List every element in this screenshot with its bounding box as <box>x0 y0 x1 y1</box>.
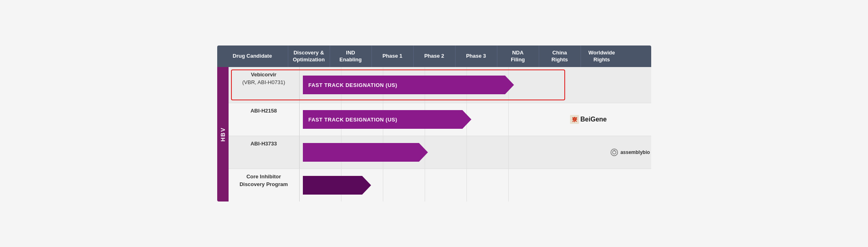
header-phase2: Phase 2 <box>414 46 456 67</box>
hbv-label-col: HBV <box>217 67 229 202</box>
worldwide-rights-cell: assemblybio <box>609 136 651 169</box>
bar-body: FAST TRACK DESIGNATION (US) <box>303 110 462 129</box>
grid-col <box>467 103 509 136</box>
row-left: Core InhibitorDiscovery Program <box>229 169 568 202</box>
pipeline-table: Drug Candidate Discovery &Optimization I… <box>217 46 651 202</box>
bars-region: FAST TRACK DESIGNATION (US) <box>300 103 551 136</box>
row-rights <box>568 169 651 202</box>
header-ind: INDEnabling <box>330 46 372 67</box>
china-rights-cell <box>568 169 609 202</box>
china-rights-cell <box>568 67 609 103</box>
header-phase1: Phase 1 <box>372 46 414 67</box>
drug-name: ABI-H2158 <box>229 103 300 136</box>
beigene-icon: 寮 <box>570 115 579 124</box>
beigene-text: BeiGene <box>581 116 607 123</box>
rows-container: Vebicorvir(VBR, ABI-H0731) <box>229 67 651 202</box>
table-row: Core InhibitorDiscovery Program <box>229 169 651 202</box>
bars-region <box>300 169 551 202</box>
svg-point-2 <box>611 149 618 156</box>
hbv-label: HBV <box>220 127 226 142</box>
table-row: Vebicorvir(VBR, ABI-H0731) <box>229 67 651 103</box>
pipeline-bar <box>303 143 428 162</box>
grid-col <box>509 136 551 169</box>
row-rights: assemblybio <box>568 136 651 169</box>
drug-name: Core InhibitorDiscovery Program <box>229 169 300 202</box>
bar-body <box>303 143 419 162</box>
assemblybio-logo: assemblybio <box>610 148 650 156</box>
bar-tip <box>505 76 514 94</box>
row-rights <box>568 67 651 103</box>
grid-col <box>467 136 509 169</box>
row-left: ABI-H3733 <box>229 136 568 169</box>
assemblybio-text: assemblybio <box>620 150 650 155</box>
table-row: ABI-H3733 <box>229 136 651 169</box>
grid-col <box>509 67 551 103</box>
header-phase3: Phase 3 <box>456 46 497 67</box>
beigene-logo: 寮 BeiGene <box>570 115 607 124</box>
bar-inner <box>303 143 428 162</box>
grid-col <box>509 103 551 136</box>
bar-tip <box>462 110 471 129</box>
pipeline-bar: FAST TRACK DESIGNATION (US) <box>303 76 514 94</box>
header-nda: NDAFiling <box>497 46 539 67</box>
pipeline-bar: FAST TRACK DESIGNATION (US) <box>303 110 471 129</box>
bar-body: FAST TRACK DESIGNATION (US) <box>303 76 505 94</box>
grid-col <box>425 169 467 202</box>
row-left: Vebicorvir(VBR, ABI-H0731) <box>229 67 568 103</box>
bar-inner <box>303 176 371 195</box>
svg-text:寮: 寮 <box>572 117 577 123</box>
bar-inner: FAST TRACK DESIGNATION (US) <box>303 110 471 129</box>
drug-name: Vebicorvir(VBR, ABI-H0731) <box>229 67 300 103</box>
bars-region <box>300 136 551 169</box>
bars-region: FAST TRACK DESIGNATION (US) <box>300 67 551 103</box>
header-row: Drug Candidate Discovery &Optimization I… <box>217 46 651 67</box>
bar-tip <box>419 143 428 162</box>
bar-tip <box>362 176 371 195</box>
grid-col <box>425 136 467 169</box>
svg-point-4 <box>613 150 615 152</box>
bar-body <box>303 176 362 195</box>
china-rights-cell <box>568 136 609 169</box>
worldwide-rights-cell <box>609 103 651 136</box>
bar-inner: FAST TRACK DESIGNATION (US) <box>303 76 514 94</box>
drug-name: ABI-H3733 <box>229 136 300 169</box>
worldwide-rights-cell <box>609 169 651 202</box>
body: HBV Vebicorvir(VBR, ABI-H0731) <box>217 67 651 202</box>
pipeline-bar <box>303 176 371 195</box>
grid-col <box>383 169 425 202</box>
header-drug: Drug Candidate <box>217 46 288 67</box>
table-row: ABI-H2158 <box>229 103 651 136</box>
worldwide-rights-cell <box>609 67 651 103</box>
row-left: ABI-H2158 <box>229 103 568 136</box>
header-china: ChinaRights <box>539 46 581 67</box>
row-rights: 寮 BeiGene <box>568 103 651 136</box>
china-rights-cell: 寮 BeiGene <box>568 103 609 136</box>
header-discovery: Discovery &Optimization <box>288 46 330 67</box>
grid-col <box>509 169 551 202</box>
grid-col <box>467 169 509 202</box>
assemblybio-icon <box>610 148 618 156</box>
header-worldwide: WorldwideRights <box>581 46 623 67</box>
